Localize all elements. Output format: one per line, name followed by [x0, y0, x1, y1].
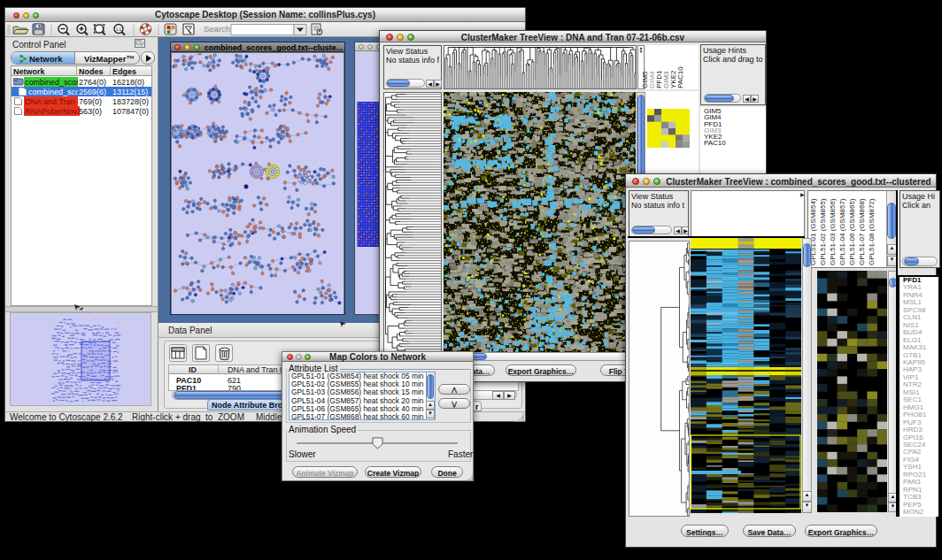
- svg-text:1:1: 1:1: [116, 27, 122, 32]
- svg-text:Search:: Search:: [204, 24, 233, 34]
